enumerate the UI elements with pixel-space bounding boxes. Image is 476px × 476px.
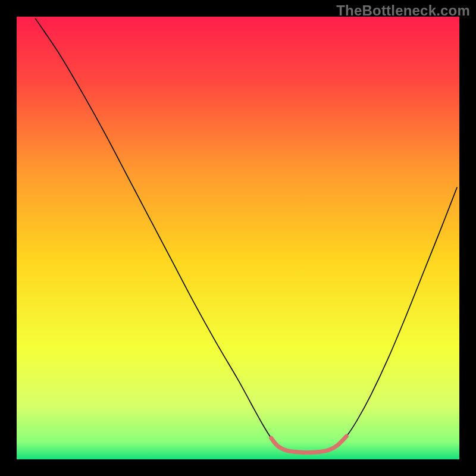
chart-plot-area (17, 17, 459, 459)
chart-frame: TheBottleneck.com (0, 0, 476, 476)
chart-svg (17, 17, 459, 459)
chart-background (17, 17, 459, 459)
watermark-text: TheBottleneck.com (336, 2, 470, 19)
